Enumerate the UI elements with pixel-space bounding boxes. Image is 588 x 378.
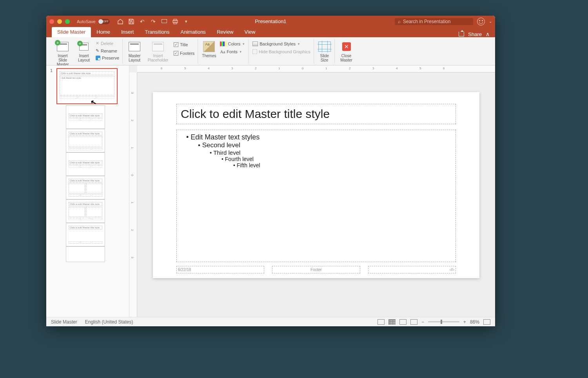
footer-placeholder[interactable]: Footer (272, 266, 360, 273)
date-placeholder[interactable]: 6/22/18 (176, 266, 264, 273)
ribbon-tabs: Slide Master Home Insert Transitions Ani… (46, 27, 495, 37)
insert-slide-master-button[interactable]: + Insert Slide Master (53, 40, 73, 67)
sorter-view-button[interactable] (388, 319, 396, 325)
zoom-in-button[interactable]: + (463, 319, 466, 325)
undo-icon[interactable]: ↶ (139, 18, 146, 25)
tab-animations[interactable]: Animations (175, 27, 211, 37)
tab-view[interactable]: View (239, 27, 261, 37)
home-icon[interactable] (117, 18, 124, 25)
rename-icon: ✎ (96, 48, 99, 53)
footers-checkbox[interactable]: ✓Footers (173, 51, 195, 56)
ribbon: + Insert Slide Master + Insert Layout ✕D… (46, 37, 495, 65)
title-checkbox[interactable]: ✓Title (173, 42, 195, 47)
window-close-button[interactable] (49, 19, 54, 24)
master-number: 1 (50, 68, 54, 104)
tab-review[interactable]: Review (211, 27, 239, 37)
fit-to-window-button[interactable] (483, 319, 490, 325)
redo-icon[interactable]: ↷ (150, 18, 157, 25)
app-window: AutoSave OFF ↶ ↷ ▼ Presentation1 ⌕ ⌄ Sli… (46, 16, 495, 326)
tab-transitions[interactable]: Transitions (139, 27, 175, 37)
tab-slide-master[interactable]: Slide Master (52, 27, 91, 37)
delete-button: ✕Delete (95, 40, 120, 46)
autosave-label: AutoSave (77, 19, 96, 24)
horizontal-ruler: 6543210123456 (137, 65, 495, 72)
tab-insert[interactable]: Insert (116, 27, 140, 37)
zoom-out-button[interactable]: − (421, 319, 424, 325)
reading-view-button[interactable] (399, 319, 407, 325)
preserve-icon (96, 56, 100, 60)
new-slide-icon[interactable] (161, 18, 168, 25)
close-master-button[interactable]: ✕ Close Master (338, 40, 355, 63)
status-bar: Slide Master English (United States) − +… (46, 317, 495, 326)
share-icon (459, 32, 464, 36)
preserve-button[interactable]: Preserve (95, 55, 120, 61)
hide-background-checkbox: Hide Background Graphics (252, 49, 311, 54)
status-view: Slide Master (51, 319, 77, 325)
background-styles-icon (252, 42, 258, 46)
colors-button[interactable]: Colors▼ (219, 41, 246, 47)
titlebar: AutoSave OFF ↶ ↷ ▼ Presentation1 ⌕ ⌄ (46, 16, 495, 27)
workarea: 1 Click to edit Master title style • Edi… (46, 65, 495, 317)
tab-home[interactable]: Home (91, 27, 116, 37)
layout-thumbnail-4[interactable]: Click to edit Master title style (66, 176, 105, 199)
slide-size-button[interactable]: Slide Size (317, 40, 332, 63)
colors-icon (220, 42, 226, 46)
search-box[interactable]: ⌕ (395, 18, 473, 25)
status-language[interactable]: English (United States) (85, 319, 133, 325)
layout-thumbnail-2[interactable]: Click to edit Master title style (66, 129, 105, 152)
slide-panel[interactable]: 1 Click to edit Master title style • Edi… (46, 65, 129, 317)
layout-thumbnail-1[interactable]: Click to edit Master title style (66, 105, 105, 129)
window-minimize-button[interactable] (57, 19, 62, 24)
delete-icon: ✕ (96, 41, 99, 46)
window-maximize-button[interactable] (65, 19, 70, 24)
print-icon[interactable] (172, 18, 179, 25)
rename-button[interactable]: ✎Rename (95, 48, 120, 54)
layout-thumbnail-5[interactable]: Click to edit Master title style (66, 199, 105, 223)
slide-canvas[interactable]: Click to edit Master title style Edit Ma… (137, 72, 495, 317)
vertical-ruler: 3210123 (129, 72, 137, 317)
fonts-icon: Aa (220, 49, 225, 54)
body-placeholder[interactable]: Edit Master text styles Second level Thi… (176, 130, 456, 262)
collapse-ribbon-icon[interactable]: ∧ (486, 31, 490, 37)
account-icon[interactable] (477, 18, 485, 25)
zoom-slider[interactable] (428, 321, 459, 322)
search-icon: ⌕ (398, 19, 401, 24)
layout-thumbnail-3[interactable]: Click to edit Master title style (66, 152, 105, 176)
master-slide: Click to edit Master title style Edit Ma… (153, 92, 479, 278)
zoom-level[interactable]: 86% (470, 319, 479, 325)
search-input[interactable] (403, 19, 470, 24)
autosave-toggle[interactable]: AutoSave OFF (77, 19, 110, 24)
insert-layout-button[interactable]: + Insert Layout (75, 40, 93, 63)
title-placeholder[interactable]: Click to edit Master title style (176, 104, 456, 124)
pagenum-placeholder[interactable]: ‹#› (368, 266, 456, 273)
account-dropdown-icon[interactable]: ⌄ (489, 19, 492, 24)
layout-thumbnail-7[interactable] (66, 246, 105, 262)
fonts-button[interactable]: AaFonts▼ (219, 49, 246, 54)
insert-placeholder-button: Insert Placeholder (145, 40, 171, 63)
qat-dropdown-icon[interactable]: ▼ (183, 18, 190, 25)
quick-access-toolbar: ↶ ↷ ▼ (117, 18, 190, 25)
normal-view-button[interactable] (377, 319, 385, 325)
background-styles-button[interactable]: Background Styles▼ (252, 41, 311, 47)
layout-thumbnail-6[interactable]: Click to edit Master title style (66, 223, 105, 246)
svg-rect-1 (162, 20, 167, 23)
themes-button[interactable]: Themes (201, 40, 217, 59)
document-title: Presentation1 (255, 18, 286, 24)
master-layout-button[interactable]: Master Layout (126, 40, 143, 63)
master-thumbnail[interactable]: Click to edit Master title style • Edit … (56, 68, 118, 104)
canvas-area: 6543210123456 3210123 Click to edit Mast… (129, 65, 495, 317)
slideshow-button[interactable] (410, 319, 417, 325)
share-button[interactable]: Share (468, 31, 482, 37)
save-icon[interactable] (128, 18, 135, 25)
